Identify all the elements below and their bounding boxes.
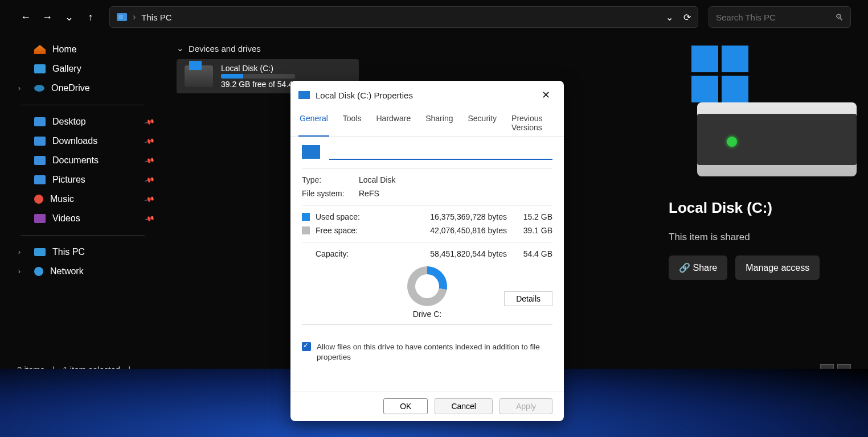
breadcrumb-thispc[interactable]: This PC bbox=[141, 13, 171, 22]
network-icon bbox=[34, 267, 43, 276]
dialog-titlebar[interactable]: Local Disk (C:) Properties ✕ bbox=[290, 81, 564, 109]
sidebar-label-onedrive: OneDrive bbox=[51, 83, 90, 93]
used-space-gb: 15.2 GB bbox=[507, 212, 552, 221]
free-space-bytes: 42,076,450,816 bytes bbox=[416, 226, 507, 235]
pin-icon[interactable]: 📌 bbox=[144, 116, 155, 127]
divider bbox=[21, 235, 145, 236]
pin-icon[interactable]: 📌 bbox=[144, 135, 155, 147]
search-icon[interactable]: 🔍︎ bbox=[835, 13, 844, 22]
forward-button[interactable]: → bbox=[39, 9, 56, 26]
details-button[interactable]: Details bbox=[504, 291, 552, 306]
sidebar-label-documents: Documents bbox=[52, 155, 99, 166]
sidebar-label-network: Network bbox=[50, 266, 84, 277]
sidebar-label-pictures: Pictures bbox=[52, 175, 85, 185]
up-button[interactable]: ↑ bbox=[82, 9, 99, 26]
tab-hardware[interactable]: Hardware bbox=[375, 109, 412, 137]
documents-folder-icon bbox=[34, 156, 46, 165]
type-value: Local Disk bbox=[359, 175, 396, 184]
home-icon bbox=[34, 45, 46, 54]
details-panel: Local Disk (C:) This item is shared 🔗 Sh… bbox=[652, 34, 868, 403]
sidebar-item-desktop[interactable]: Desktop📌 bbox=[0, 112, 165, 131]
capacity-bytes: 58,451,820,544 bytes bbox=[416, 249, 507, 258]
divider bbox=[21, 105, 145, 105]
tab-security[interactable]: Security bbox=[466, 109, 498, 137]
indexing-checkbox[interactable] bbox=[302, 342, 311, 351]
sidebar-item-documents[interactable]: Documents📌 bbox=[0, 151, 165, 170]
drive-label: Drive C: bbox=[413, 310, 442, 319]
drive-icon bbox=[298, 91, 310, 99]
sidebar-item-pictures[interactable]: Pictures📌 bbox=[0, 170, 165, 189]
type-label: Type: bbox=[302, 175, 359, 184]
drive-icon bbox=[302, 145, 320, 159]
free-space-gb: 39.1 GB bbox=[507, 226, 552, 235]
drive-icon bbox=[185, 65, 213, 87]
sidebar-item-network[interactable]: ›Network bbox=[0, 262, 165, 281]
properties-dialog: Local Disk (C:) Properties ✕ General Too… bbox=[290, 81, 564, 421]
chevron-right-icon[interactable]: › bbox=[18, 267, 21, 275]
tab-previous-versions[interactable]: Previous Versions bbox=[510, 109, 556, 137]
section-title: Devices and drives bbox=[189, 44, 261, 53]
thispc-icon bbox=[117, 13, 127, 21]
free-space-label: Free space: bbox=[316, 226, 416, 235]
sidebar-label-music: Music bbox=[50, 194, 74, 204]
cancel-button[interactable]: Cancel bbox=[435, 398, 493, 414]
sidebar-item-thispc[interactable]: ›This PC bbox=[0, 242, 165, 262]
volume-label-input[interactable] bbox=[329, 144, 552, 160]
address-bar[interactable]: › This PC ⌄ ⟳ bbox=[109, 6, 698, 28]
apply-button[interactable]: Apply bbox=[499, 398, 552, 414]
sidebar-item-videos[interactable]: Videos📌 bbox=[0, 209, 165, 228]
filesystem-value: ReFS bbox=[359, 189, 379, 198]
history-dropdown-icon[interactable]: ⌄ bbox=[666, 12, 673, 23]
close-button[interactable]: ✕ bbox=[536, 86, 556, 104]
used-space-label: Used space: bbox=[316, 212, 416, 221]
chevron-right-icon[interactable]: › bbox=[18, 84, 21, 92]
ok-button[interactable]: OK bbox=[383, 398, 428, 414]
pin-icon[interactable]: 📌 bbox=[144, 193, 155, 205]
search-box[interactable]: 🔍︎ bbox=[709, 6, 851, 28]
drive-freespace-text: 39.2 GB free of 54.4 bbox=[221, 80, 295, 89]
indexing-checkbox-label: Allow files on this drive to have conten… bbox=[317, 342, 552, 362]
sidebar-item-music[interactable]: Music📌 bbox=[0, 189, 165, 209]
pin-icon[interactable]: 📌 bbox=[144, 155, 155, 166]
chevron-right-icon[interactable]: › bbox=[18, 248, 21, 256]
sidebar-label-downloads: Downloads bbox=[52, 136, 97, 146]
sidebar-item-gallery[interactable]: Gallery bbox=[0, 59, 165, 79]
share-button[interactable]: 🔗 Share bbox=[669, 255, 727, 280]
manage-access-button[interactable]: Manage access bbox=[735, 255, 820, 280]
windows-logo-icon bbox=[691, 46, 748, 102]
refresh-icon[interactable]: ⟳ bbox=[683, 12, 691, 23]
tab-sharing[interactable]: Sharing bbox=[424, 109, 454, 137]
pin-icon[interactable]: 📌 bbox=[144, 174, 155, 185]
sidebar-label-home: Home bbox=[52, 44, 77, 55]
used-space-bytes: 16,375,369,728 bytes bbox=[416, 212, 507, 221]
sidebar-label-gallery: Gallery bbox=[52, 64, 81, 74]
chevron-down-icon[interactable]: ⌄ bbox=[177, 43, 184, 53]
sidebar-label-desktop: Desktop bbox=[52, 117, 86, 127]
used-space-swatch bbox=[302, 213, 310, 221]
tab-general[interactable]: General bbox=[298, 109, 329, 137]
capacity-label: Capacity: bbox=[316, 249, 416, 258]
filesystem-label: File system: bbox=[302, 189, 359, 198]
videos-folder-icon bbox=[34, 214, 46, 223]
sidebar: Home Gallery ›OneDrive Desktop📌 Download… bbox=[0, 34, 165, 403]
capacity-gb: 54.4 GB bbox=[507, 249, 552, 258]
sidebar-item-onedrive[interactable]: ›OneDrive bbox=[0, 79, 165, 98]
section-header-devices[interactable]: ⌄ Devices and drives bbox=[177, 40, 640, 57]
music-folder-icon bbox=[34, 195, 43, 204]
search-input[interactable] bbox=[716, 13, 835, 22]
drive-led-icon bbox=[727, 137, 737, 147]
free-space-swatch bbox=[302, 226, 310, 234]
sidebar-item-home[interactable]: Home bbox=[0, 40, 165, 59]
sidebar-label-thispc: This PC bbox=[52, 247, 85, 257]
sidebar-item-downloads[interactable]: Downloads📌 bbox=[0, 131, 165, 151]
recent-dropdown[interactable]: ⌄ bbox=[60, 9, 77, 26]
thispc-icon bbox=[34, 248, 46, 256]
drive-usage-bar bbox=[221, 74, 295, 79]
breadcrumb-separator-icon: › bbox=[133, 12, 136, 22]
pin-icon[interactable]: 📌 bbox=[144, 213, 155, 224]
pictures-folder-icon bbox=[34, 175, 46, 184]
gallery-icon bbox=[34, 64, 46, 73]
tab-tools[interactable]: Tools bbox=[342, 109, 363, 137]
toolbar: ← → ⌄ ↑ › This PC ⌄ ⟳ 🔍︎ bbox=[0, 0, 868, 34]
back-button[interactable]: ← bbox=[17, 9, 34, 26]
